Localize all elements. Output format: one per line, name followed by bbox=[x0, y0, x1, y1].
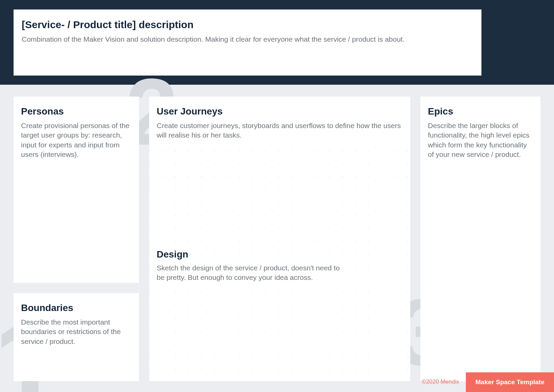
card-personas: Personas Create provisional personas of … bbox=[14, 97, 139, 283]
page-title: [Service- / Product title] description bbox=[22, 19, 473, 30]
card-personas-title: Personas bbox=[21, 106, 132, 117]
body-area: 1 2 3 Personas Create provisional person… bbox=[0, 85, 554, 392]
card-design-body: Sketch the design of the service / produ… bbox=[157, 263, 347, 283]
card-user-journeys: User Journeys Create customer journeys, … bbox=[149, 97, 410, 381]
copyright-text: ©2020 Mendix bbox=[422, 378, 459, 385]
card-epics: Epics Describe the larger blocks of func… bbox=[420, 97, 540, 381]
card-user-journeys-body: Create customer journeys, storyboards an… bbox=[157, 121, 403, 140]
design-block: Design Sketch the design of the service … bbox=[157, 249, 347, 283]
header-bar: [Service- / Product title] description C… bbox=[0, 0, 554, 85]
template-page: Make [Service- / Product title] descript… bbox=[0, 0, 554, 392]
card-boundaries-body: Describe the most important boundaries o… bbox=[21, 317, 132, 346]
footer-badge-label: Maker Space Template bbox=[475, 378, 544, 386]
header-card: [Service- / Product title] description C… bbox=[14, 9, 481, 76]
card-design-title: Design bbox=[157, 249, 347, 260]
card-boundaries: Boundaries Describe the most important b… bbox=[14, 293, 139, 381]
card-boundaries-title: Boundaries bbox=[21, 303, 132, 313]
card-personas-body: Create provisional personas of the targe… bbox=[21, 121, 132, 159]
card-user-journeys-title: User Journeys bbox=[157, 106, 403, 117]
page-subtitle: Combination of the Maker Vision and solu… bbox=[22, 35, 473, 44]
footer-badge: Maker Space Template bbox=[466, 372, 554, 392]
card-epics-title: Epics bbox=[428, 106, 534, 117]
card-epics-body: Describe the larger blocks of functional… bbox=[428, 121, 534, 159]
